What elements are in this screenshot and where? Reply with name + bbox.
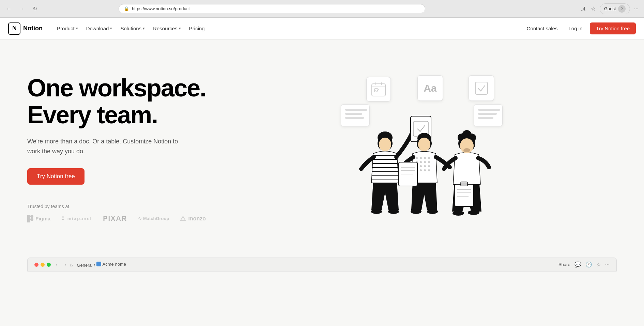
- chevron-down-icon: ▾: [76, 26, 78, 31]
- hero-title: One workspace. Every team.: [27, 75, 232, 128]
- matchgroup-logo: ∿ MatchGroup: [138, 216, 169, 221]
- svg-point-29: [424, 157, 426, 159]
- share-button[interactable]: Share: [558, 262, 570, 267]
- preview-forward[interactable]: →: [62, 262, 67, 267]
- nav-product[interactable]: Product ▾: [53, 24, 81, 33]
- svg-point-50: [418, 138, 430, 151]
- lock-icon: 🔒: [124, 6, 129, 11]
- svg-point-3: [30, 218, 33, 221]
- trusted-text: Trusted by teams at: [27, 204, 232, 209]
- svg-point-33: [424, 161, 426, 163]
- browser-actions: 𝓐 ☆ Guest ? ···: [580, 3, 640, 14]
- svg-point-41: [424, 169, 426, 171]
- address-bar[interactable]: 🔒 https://www.notion.so/product: [119, 4, 425, 13]
- svg-rect-4: [27, 221, 30, 222]
- notion-icon: N: [8, 22, 20, 35]
- navbar-right: Contact sales Log in Try Notion free: [523, 22, 636, 34]
- svg-point-21: [388, 209, 399, 214]
- preview-actions: Share 💬 🕐 ☆ ···: [558, 261, 610, 268]
- more-button[interactable]: ···: [633, 4, 640, 13]
- svg-rect-11: [475, 82, 488, 94]
- svg-rect-53: [461, 182, 467, 186]
- nav-pricing[interactable]: Pricing: [186, 24, 208, 33]
- chevron-down-icon: ▾: [179, 26, 181, 31]
- svg-point-40: [420, 169, 422, 171]
- svg-point-23: [379, 138, 391, 151]
- preview-bar: ← → ⌂ General / Acme home Share 💬 🕐 ☆ ··…: [27, 258, 617, 271]
- svg-rect-2: [27, 218, 30, 221]
- svg-point-48: [427, 209, 438, 214]
- illustration-container: Aa: [336, 67, 513, 230]
- svg-point-34: [428, 161, 430, 163]
- svg-point-28: [420, 157, 422, 159]
- people-illustration: [346, 94, 503, 230]
- try-notion-free-nav-button[interactable]: Try Notion free: [590, 22, 636, 34]
- preview-nav: ← → ⌂: [55, 262, 73, 267]
- close-dot: [34, 263, 39, 267]
- clock-button[interactable]: 🕐: [585, 261, 592, 268]
- breadcrumb: General / Acme home: [77, 262, 126, 268]
- svg-point-20: [371, 209, 382, 214]
- navbar-nav: Product ▾ Download ▾ Solutions ▾ Resourc…: [53, 24, 523, 33]
- minimize-dot: [41, 263, 45, 267]
- bookmark-button[interactable]: ☆: [589, 4, 597, 13]
- nav-download[interactable]: Download ▾: [83, 24, 116, 33]
- logos-row: Figma ⠿ mixpanel PIXAR ∿ MatchGroup monz…: [27, 215, 232, 222]
- refresh-button[interactable]: ↻: [30, 4, 40, 14]
- nav-solutions[interactable]: Solutions ▾: [117, 24, 148, 33]
- notion-logo-link[interactable]: N Notion: [8, 22, 43, 35]
- mixpanel-logo: ⠿ mixpanel: [61, 216, 92, 221]
- window-dots: [34, 263, 51, 267]
- contact-sales-button[interactable]: Contact sales: [523, 24, 561, 33]
- svg-point-57: [453, 211, 464, 216]
- svg-point-27: [416, 157, 418, 159]
- svg-point-37: [424, 165, 426, 167]
- trusted-section: Trusted by teams at Figma ⠿ mixpanel: [27, 204, 232, 222]
- svg-point-38: [428, 165, 430, 167]
- svg-point-58: [468, 210, 479, 215]
- more-options-button[interactable]: ···: [605, 262, 610, 268]
- comment-button[interactable]: 💬: [574, 261, 581, 268]
- figma-logo: Figma: [27, 215, 50, 222]
- svg-rect-0: [27, 215, 30, 218]
- svg-point-32: [420, 161, 422, 163]
- svg-point-47: [411, 209, 421, 214]
- hero-right: Aa: [232, 63, 617, 234]
- avatar: ?: [618, 5, 626, 13]
- navbar: N Notion Product ▾ Download ▾ Solutions …: [0, 18, 644, 40]
- notion-logo-text: Notion: [23, 25, 43, 32]
- svg-point-65: [463, 148, 470, 152]
- preview-section: ← → ⌂ General / Acme home Share 💬 🕐 ☆ ··…: [0, 258, 644, 271]
- svg-rect-52: [455, 184, 474, 206]
- chevron-down-icon: ▾: [143, 26, 145, 31]
- svg-marker-5: [181, 216, 185, 220]
- back-button[interactable]: ←: [4, 4, 14, 14]
- guest-label: Guest: [604, 6, 616, 11]
- guest-profile-button[interactable]: Guest ?: [600, 3, 630, 14]
- svg-point-42: [428, 169, 430, 171]
- reading-mode-button[interactable]: 𝓐: [580, 4, 587, 13]
- monzo-logo: monzo: [180, 216, 206, 222]
- preview-back[interactable]: ←: [55, 262, 60, 267]
- try-notion-free-hero-button[interactable]: Try Notion free: [27, 168, 85, 185]
- home-icon: ⌂: [70, 262, 73, 267]
- maximize-dot: [47, 263, 51, 267]
- svg-point-30: [428, 157, 430, 159]
- star-button[interactable]: ☆: [596, 261, 601, 268]
- hero-section: One workspace. Every team. We're more th…: [0, 40, 644, 251]
- browser-chrome: ← → ↻ 🔒 https://www.notion.so/product 𝓐 …: [0, 0, 644, 18]
- pixar-logo: PIXAR: [103, 215, 127, 222]
- nav-resources[interactable]: Resources ▾: [150, 24, 184, 33]
- chevron-down-icon: ▾: [110, 26, 112, 31]
- hero-subtitle: We're more than a doc. Or a table. Custo…: [27, 137, 184, 156]
- svg-rect-1: [30, 215, 33, 218]
- page-icon: [96, 262, 101, 266]
- forward-button[interactable]: →: [17, 4, 27, 14]
- svg-point-36: [420, 165, 422, 167]
- hero-left: One workspace. Every team. We're more th…: [27, 75, 232, 223]
- login-button[interactable]: Log in: [565, 24, 586, 33]
- url-text: https://www.notion.so/product: [132, 6, 190, 11]
